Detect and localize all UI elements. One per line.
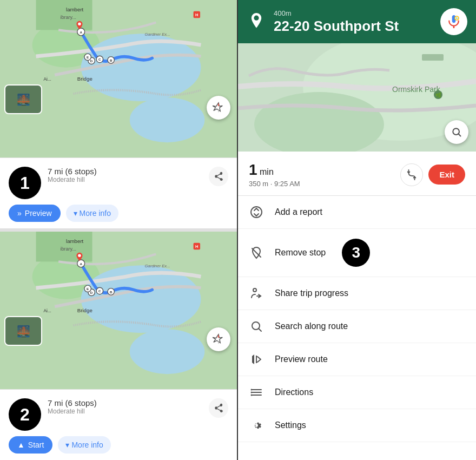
svg-text:Bridge: Bridge <box>77 76 92 82</box>
svg-text:B: B <box>110 290 113 294</box>
search-icon <box>451 127 462 137</box>
svg-point-46 <box>254 16 259 21</box>
bottom-route-info: 7 mi (6 stops) Moderate hill <box>41 398 209 415</box>
preview-button-1[interactable]: » Preview <box>9 205 61 222</box>
top-map-bg: A B C D E H Gardiner Ex... lambe <box>0 0 237 157</box>
trip-actions: Exit <box>400 163 465 186</box>
svg-text:Gardiner Ex...: Gardiner Ex... <box>145 32 170 37</box>
top-share-button[interactable] <box>209 167 228 186</box>
top-map-svg: A B C D E H Gardiner Ex... lambe <box>0 0 237 157</box>
svg-text:A: A <box>80 262 82 266</box>
menu-item-share-trip[interactable]: Share trip progress <box>238 277 476 310</box>
svg-text:C: C <box>98 289 101 293</box>
top-info-bar: 1 7 mi (6 stops) Moderate hill » Preview… <box>0 157 237 228</box>
search-route-label: Search along route <box>275 321 348 331</box>
route-number-2: 2 <box>9 398 41 431</box>
menu-items-list: Add a report Remove stop 3 <box>238 196 476 460</box>
svg-line-58 <box>458 134 460 136</box>
bottom-map-bg: A B C D E H Gardiner Ex... lambert ibrar… <box>0 232 237 389</box>
menu-item-preview-route[interactable]: Preview route <box>238 343 476 376</box>
microphone-icon: G <box>447 15 461 29</box>
nav-text-block: 400m 22-20 Southport St <box>274 9 433 34</box>
svg-text:lambert: lambert <box>66 6 84 12</box>
remove-stop-icon <box>249 246 264 259</box>
bottom-stops-val: (6 stops) <box>65 398 97 408</box>
top-thumbnail[interactable]: 🌉 <box>4 84 42 114</box>
more-info-button-2[interactable]: ▾ More info <box>58 436 110 454</box>
svg-text:Bridge: Bridge <box>77 307 92 313</box>
directions-icon <box>249 386 264 399</box>
svg-text:H: H <box>195 12 199 17</box>
menu-item-settings[interactable]: Settings <box>238 409 476 442</box>
top-route-info: 7 mi (6 stops) Moderate hill <box>41 167 209 183</box>
right-map-svg: Ormskirk Park 🌿 <box>238 43 476 152</box>
bottom-dist-val: 7 mi <box>48 398 63 408</box>
svg-line-63 <box>259 328 261 331</box>
svg-point-38 <box>78 254 81 258</box>
trip-sub-info: 350 m · 9:25 AM <box>249 180 392 188</box>
start-label: Start <box>28 441 44 449</box>
svg-text:H: H <box>195 244 199 249</box>
route-number-1: 1 <box>9 167 41 199</box>
microphone-button[interactable]: G <box>440 8 467 35</box>
top-compass-button[interactable] <box>207 96 230 120</box>
left-panel: A B C D E H Gardiner Ex... lambe <box>0 0 238 460</box>
top-hill: Moderate hill <box>48 176 209 183</box>
circle-number-3: 3 <box>342 239 370 267</box>
nav-distance: 400m <box>274 9 433 17</box>
bottom-actions: ▲ Start ▾ More info <box>9 436 228 454</box>
right-map-area: Ormskirk Park 🌿 <box>238 43 476 152</box>
list-icon <box>250 386 263 399</box>
bottom-map-svg: A B C D E H Gardiner Ex... lambert ibrar… <box>0 232 237 389</box>
menu-item-search-route[interactable]: Search along route <box>238 310 476 343</box>
trip-time-unit: min <box>260 167 274 176</box>
exit-button[interactable]: Exit <box>428 165 465 185</box>
menu-item-add-report[interactable]: Add a report <box>238 196 476 229</box>
start-icon: ▲ <box>17 441 25 449</box>
bottom-compass-button[interactable] <box>207 327 230 351</box>
trip-details: 1 min 350 m · 9:25 AM <box>249 161 392 188</box>
share-trip-icon <box>249 287 264 300</box>
bottom-thumbnail[interactable]: 🌉 <box>4 316 42 346</box>
no-location-icon <box>250 246 263 259</box>
bottom-compass-icon <box>213 333 224 345</box>
svg-text:D: D <box>90 291 93 294</box>
svg-point-27 <box>130 329 205 374</box>
nav-street: 22-20 Southport St <box>274 18 433 34</box>
preview-route-icon <box>249 353 264 366</box>
svg-text:E: E <box>87 55 89 59</box>
svg-text:C: C <box>98 57 101 61</box>
person-share-icon <box>250 287 263 300</box>
start-button[interactable]: ▲ Start <box>9 436 52 454</box>
top-stops-val: (6 stops) <box>65 167 97 176</box>
trip-eta: 9:25 AM <box>274 180 300 188</box>
route-change-button[interactable] <box>400 163 423 186</box>
bottom-hill: Moderate hill <box>48 408 209 415</box>
menu-item-directions[interactable]: Directions <box>238 376 476 409</box>
map-search-button[interactable] <box>445 120 468 144</box>
svg-text:🌿: 🌿 <box>435 92 442 98</box>
trip-time-value: 1 <box>249 161 257 178</box>
bottom-info-bar: 2 7 mi (6 stops) Moderate hill ▲ Start ▾ <box>0 389 237 460</box>
svg-text:Gardiner Ex...: Gardiner Ex... <box>145 264 170 268</box>
svg-text:ibrary...: ibrary... <box>61 246 76 252</box>
svg-text:Ai...: Ai... <box>43 308 51 313</box>
gear-icon <box>250 419 263 432</box>
more-info-button-1[interactable]: ▾ More info <box>66 205 118 222</box>
bottom-share-button[interactable] <box>209 398 228 418</box>
trip-distance: 350 m <box>249 180 268 188</box>
top-map-section: A B C D E H Gardiner Ex... lambe <box>0 0 237 157</box>
settings-label: Settings <box>275 420 306 430</box>
top-distance: 7 mi (6 stops) <box>48 167 209 176</box>
preview-label-1: Preview <box>25 209 52 218</box>
bottom-distance: 7 mi (6 stops) <box>48 398 209 408</box>
preview-route-label: Preview route <box>275 354 328 364</box>
preview-icon <box>250 353 263 366</box>
chevron-down-icon-2: ▾ <box>65 441 69 449</box>
chevron-down-icon-1: ▾ <box>74 209 77 218</box>
more-info-label-1: More info <box>80 209 111 218</box>
svg-point-68 <box>251 389 253 391</box>
menu-item-remove-stop[interactable]: Remove stop 3 <box>238 229 476 277</box>
report-icon <box>250 206 263 219</box>
remove-stop-label: Remove stop <box>275 248 326 258</box>
